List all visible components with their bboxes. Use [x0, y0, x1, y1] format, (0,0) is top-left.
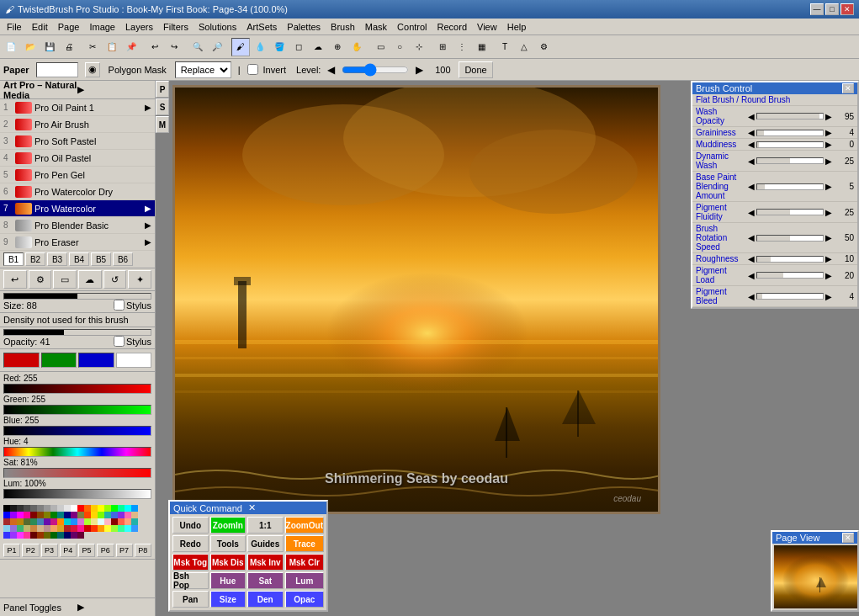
dynamic-wash-right[interactable]: ▶	[824, 157, 834, 166]
graininess-left[interactable]: ◀	[746, 128, 756, 137]
qc-size[interactable]: Size	[210, 591, 247, 608]
palette-color[interactable]	[71, 512, 77, 518]
brush-row[interactable]: 6 Pro Watercolor Dry	[0, 183, 155, 200]
palette-color[interactable]	[64, 512, 71, 518]
palette-color[interactable]	[104, 505, 111, 512]
cut-button[interactable]: ✂	[83, 38, 102, 56]
palette-color[interactable]	[50, 505, 57, 512]
pigment-fluidity-left[interactable]: ◀	[746, 208, 756, 217]
page-toggle-p4[interactable]: P4	[60, 544, 77, 557]
qc-zoom-in[interactable]: ZoomIn	[210, 517, 247, 534]
text-tool[interactable]: T	[496, 38, 514, 56]
palette-color[interactable]	[17, 512, 24, 518]
palette-color[interactable]	[50, 525, 57, 532]
palette-color[interactable]	[91, 518, 98, 525]
copy-button[interactable]: 📋	[103, 38, 121, 56]
palette-color[interactable]	[10, 525, 17, 532]
panel-toggles-arrow[interactable]: ▶	[77, 602, 151, 613]
palette-color[interactable]	[98, 505, 104, 512]
minimize-button[interactable]: —	[810, 3, 824, 15]
psm-m-button[interactable]: M	[156, 116, 169, 133]
qc-pan[interactable]: Pan	[172, 591, 209, 608]
new-button[interactable]: 📄	[2, 38, 20, 56]
palette-color[interactable]	[71, 525, 77, 532]
palette-color[interactable]	[10, 505, 17, 512]
palette-color[interactable]	[17, 525, 24, 532]
palette-color[interactable]	[104, 512, 111, 518]
paper-options-button[interactable]: ◉	[85, 62, 100, 77]
level-slider[interactable]	[342, 63, 409, 77]
palette-color[interactable]	[91, 512, 98, 518]
palette-color[interactable]	[91, 525, 98, 532]
invert-checkbox[interactable]	[247, 64, 258, 75]
wash-opacity-slider[interactable]	[756, 113, 824, 119]
quick-command-header[interactable]: Quick Command ✕	[170, 502, 326, 514]
palette-color[interactable]	[104, 518, 111, 525]
palette-color[interactable]	[50, 532, 57, 539]
palette-color[interactable]	[71, 505, 77, 512]
print-button[interactable]: 🖨	[60, 38, 78, 56]
palette-color[interactable]	[10, 512, 17, 518]
palette-color[interactable]	[111, 505, 118, 512]
foreground-color-swatch[interactable]	[3, 353, 40, 368]
wash-opacity-right[interactable]: ▶	[824, 112, 834, 121]
pan-tool[interactable]: ✋	[347, 38, 366, 56]
palette-color[interactable]	[104, 525, 111, 532]
palette-color[interactable]	[118, 512, 125, 518]
psm-p-button[interactable]: P	[156, 81, 169, 98]
page-toggle-p2[interactable]: P2	[22, 544, 39, 557]
menu-file[interactable]: File	[2, 20, 27, 34]
base-paint-right[interactable]: ▶	[824, 182, 834, 191]
palette-color[interactable]	[57, 525, 64, 532]
close-button[interactable]: ✕	[840, 3, 854, 15]
palette-color[interactable]	[3, 512, 10, 518]
brush-row[interactable]: 9 Pro Eraser ▶	[0, 234, 155, 251]
menu-page[interactable]: Page	[53, 20, 85, 34]
qc-guides[interactable]: Guides	[247, 535, 284, 552]
menu-solutions[interactable]: Solutions	[194, 20, 241, 34]
brush-tab-b2[interactable]: B2	[25, 252, 45, 266]
menu-filters[interactable]: Filters	[158, 20, 194, 34]
pigment-load-left[interactable]: ◀	[746, 271, 756, 280]
palette-color[interactable]	[57, 512, 64, 518]
brush-tab-b3[interactable]: B3	[47, 252, 67, 266]
palette-color[interactable]	[64, 505, 71, 512]
hue-slider[interactable]	[3, 447, 151, 457]
settings-btn[interactable]: ⚙	[534, 38, 553, 56]
brush-row[interactable]: 5 Pro Pen Gel	[0, 167, 155, 183]
brush-tab-b1[interactable]: B1	[3, 252, 24, 266]
menu-brush[interactable]: Brush	[326, 20, 360, 34]
qc-msk-clr[interactable]: Msk Clr	[285, 554, 324, 571]
menu-record[interactable]: Record	[432, 20, 472, 34]
palette-color[interactable]	[71, 532, 77, 539]
page-toggle-p7[interactable]: P7	[116, 544, 133, 557]
qc-opac[interactable]: Opac	[285, 591, 324, 608]
palette-color[interactable]	[24, 532, 30, 539]
base-paint-slider[interactable]	[756, 183, 824, 190]
menu-image[interactable]: Image	[84, 20, 120, 34]
qc-msk-inv[interactable]: Msk Inv	[247, 554, 284, 571]
palette-color[interactable]	[77, 505, 84, 512]
palette-color[interactable]	[77, 518, 84, 525]
brush-control-header[interactable]: Brush Control ✕	[692, 82, 857, 94]
palette-color[interactable]	[77, 525, 84, 532]
page-toggle-p5[interactable]: P5	[78, 544, 95, 557]
menu-artsets[interactable]: ArtSets	[241, 20, 282, 34]
palette-color[interactable]	[17, 518, 24, 525]
palette-color[interactable]	[24, 525, 30, 532]
qc-trace[interactable]: Trace	[285, 535, 324, 552]
save-button[interactable]: 💾	[40, 38, 59, 56]
qc-tools[interactable]: Tools	[210, 535, 247, 552]
palette-color[interactable]	[50, 512, 57, 518]
psm-s-button[interactable]: S	[156, 98, 169, 115]
pigment-load-right[interactable]: ▶	[824, 271, 834, 280]
palette-color[interactable]	[30, 505, 37, 512]
palette-color[interactable]	[24, 512, 30, 518]
painting-canvas[interactable]: Shimmering Seas by ceodau ceodau	[172, 85, 660, 514]
zoom-out-button[interactable]: 🔎	[208, 38, 226, 56]
select-rect[interactable]: ▭	[371, 38, 390, 56]
texture-btn[interactable]: ▦	[472, 38, 490, 56]
redo-button[interactable]: ↪	[165, 38, 183, 56]
opacity-stylus-checkbox[interactable]	[114, 336, 125, 347]
zoom-in-button[interactable]: 🔍	[188, 38, 207, 56]
